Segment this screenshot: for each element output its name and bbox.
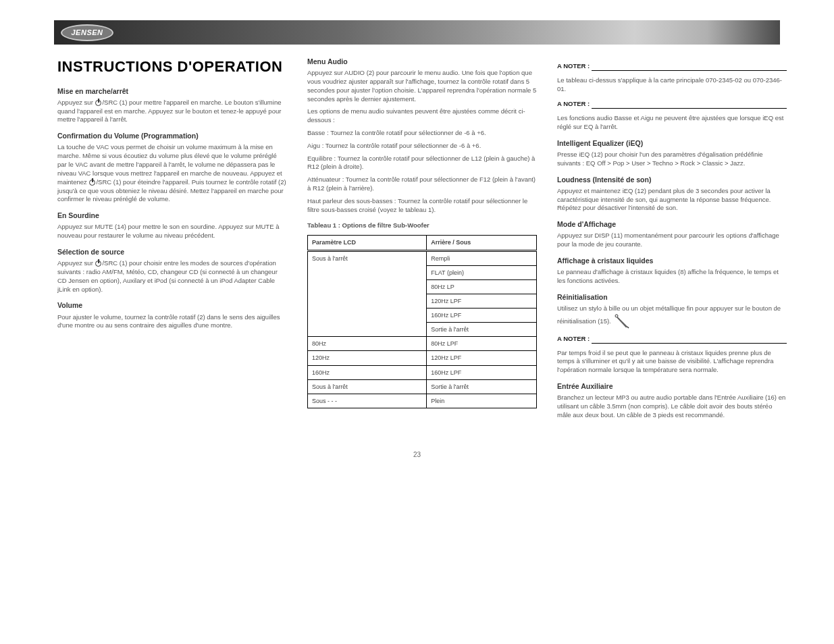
right-column: A NOTER : Le tableau ci-dessus s'appliqu… bbox=[557, 57, 787, 424]
section-vac-title: Confirmation du Volume (Programmation) bbox=[57, 131, 287, 140]
table-cell: 160Hz LPF bbox=[427, 365, 537, 379]
section-display-title: Mode d'Affichage bbox=[557, 219, 787, 229]
stylus-icon bbox=[614, 313, 630, 329]
brand-text: JENSEN bbox=[71, 28, 103, 36]
table-cell: Sortie à l'arrêt bbox=[427, 379, 537, 394]
audio-balance: Equilibre : Tournez la contrôle rotatif … bbox=[307, 155, 537, 172]
page-number: 23 bbox=[0, 451, 834, 472]
section-mute-title: En Sourdine bbox=[57, 211, 287, 220]
table-cell: FLAT (plein) bbox=[427, 265, 537, 279]
note-3-body: Par temps froid il se peut que le pannea… bbox=[557, 349, 787, 375]
table-cell: Rempli bbox=[427, 250, 537, 265]
section-loudness-body: Appuyez et maintenez iEQ (12) pendant pl… bbox=[557, 187, 787, 213]
table-cell: 120Hz LPF bbox=[427, 294, 537, 308]
table-cell: Sous à l'arrêt bbox=[308, 379, 427, 394]
section-volume-title: Volume bbox=[57, 300, 287, 310]
table-cell: 160Hz LPF bbox=[427, 308, 537, 323]
table-row: 80Hz 80Hz LPF bbox=[308, 337, 537, 351]
power-icon bbox=[95, 100, 101, 106]
section-vac-body: La touche de VAC vous permet de choisir … bbox=[57, 143, 287, 204]
section-audio-body1: Appuyez sur AUDIO (2) pour parcourir le … bbox=[307, 69, 537, 103]
table-cell: 80Hz bbox=[308, 337, 427, 351]
section-lcd-body: Le panneau d'affichage à cristaux liquid… bbox=[557, 268, 787, 286]
power-icon bbox=[89, 180, 95, 186]
audio-treble: Aigu : Tournez la contrôle rotatif pour … bbox=[307, 142, 537, 151]
section-mute-body: Appuyez sur MUTE (14) pour mettre le son… bbox=[57, 223, 287, 240]
subwoofer-table: Paramètre LCD Arrière / Sous Sous à l'ar… bbox=[307, 235, 537, 408]
table-cell: Sous - - - bbox=[308, 394, 427, 408]
section-loudness-title: Loudness (Intensité de son) bbox=[557, 175, 787, 184]
power-icon bbox=[95, 261, 101, 267]
audio-subwoofer: Haut parleur des sous-basses : Tournez l… bbox=[307, 197, 537, 215]
table-header-lcd: Paramètre LCD bbox=[308, 236, 427, 250]
middle-column: Menu Audio Appuyez sur AUDIO (2) pour pa… bbox=[307, 57, 537, 424]
section-aux-title: Entrée Auxiliaire bbox=[557, 381, 787, 391]
section-source-title: Sélection de source bbox=[57, 247, 287, 257]
section-aux-body: Branchez un lecteur MP3 ou autre audio p… bbox=[557, 394, 787, 419]
section-power-body: Appuyez sur /SRC (1) pour mettre l'appar… bbox=[57, 99, 287, 124]
section-lcd-title: Affichage à cristaux liquides bbox=[557, 256, 787, 265]
note-2-body: Les fonctions audio Basse et Aigu ne peu… bbox=[557, 114, 787, 132]
section-ieq-title: Intelligent Equalizer (iEQ) bbox=[557, 138, 787, 148]
table-caption: Tableau 1 : Options de filtre Sub-Woofer bbox=[307, 221, 537, 230]
page-content: INSTRUCTIONS D'OPERATION Mise en marche/… bbox=[0, 45, 834, 451]
header-bar: JENSEN bbox=[54, 20, 780, 45]
main-title: INSTRUCTIONS D'OPERATION bbox=[57, 57, 287, 77]
section-power-title: Mise en marche/arrêt bbox=[57, 86, 287, 96]
note-1: A NOTER : bbox=[557, 62, 787, 71]
table-row: Sous à l'arrêt Sortie à l'arrêt bbox=[308, 379, 537, 394]
table-cell: 120Hz LPF bbox=[427, 351, 537, 365]
table-cell: 80Hz LPF bbox=[427, 337, 537, 351]
table-cell: 120Hz bbox=[308, 351, 427, 365]
audio-fader: Atténuateur : Tournez la contrôle rotati… bbox=[307, 176, 537, 193]
section-volume-body: Pour ajuster le volume, tournez la contr… bbox=[57, 313, 287, 331]
left-column: INSTRUCTIONS D'OPERATION Mise en marche/… bbox=[57, 57, 287, 424]
table-header-rear: Arrière / Sous bbox=[427, 236, 537, 250]
section-reset-body: Utilisez un stylo à bille ou un objet mé… bbox=[557, 304, 787, 329]
table-cell: Sous à l'arrêt bbox=[308, 250, 427, 337]
section-display-body: Appuyez sur DISP (11) momentanément pour… bbox=[557, 232, 787, 249]
note-3: A NOTER : bbox=[557, 335, 787, 344]
table-row: 120Hz 120Hz LPF bbox=[308, 351, 537, 365]
table-row: Sous - - - Plein bbox=[308, 394, 537, 408]
table-cell: Plein bbox=[427, 394, 537, 408]
table-cell: 80Hz LP bbox=[427, 279, 537, 294]
table-row: Sous à l'arrêt Rempli bbox=[308, 250, 537, 265]
table-row: 160Hz 160Hz LPF bbox=[308, 365, 537, 379]
table-cell: Sortie à l'arrêt bbox=[427, 323, 537, 337]
section-source-body: Appuyez sur /SRC (1) pour choisir entre … bbox=[57, 259, 287, 294]
note-1-body: Le tableau ci-dessus s'applique à la car… bbox=[557, 76, 787, 94]
section-ieq-body: Presse iEQ (12) pour choisir l'un des pa… bbox=[557, 151, 787, 168]
audio-bass: Basse : Tournez la contrôle rotatif pour… bbox=[307, 129, 537, 138]
section-audio-body2: Les options de menu audio suivantes peuv… bbox=[307, 107, 537, 125]
section-reset-title: Réinitialisation bbox=[557, 292, 787, 302]
table-cell: 160Hz bbox=[308, 365, 427, 379]
note-2: A NOTER : bbox=[557, 100, 787, 109]
brand-logo: JENSEN bbox=[61, 24, 113, 41]
section-audio-title: Menu Audio bbox=[307, 57, 537, 66]
